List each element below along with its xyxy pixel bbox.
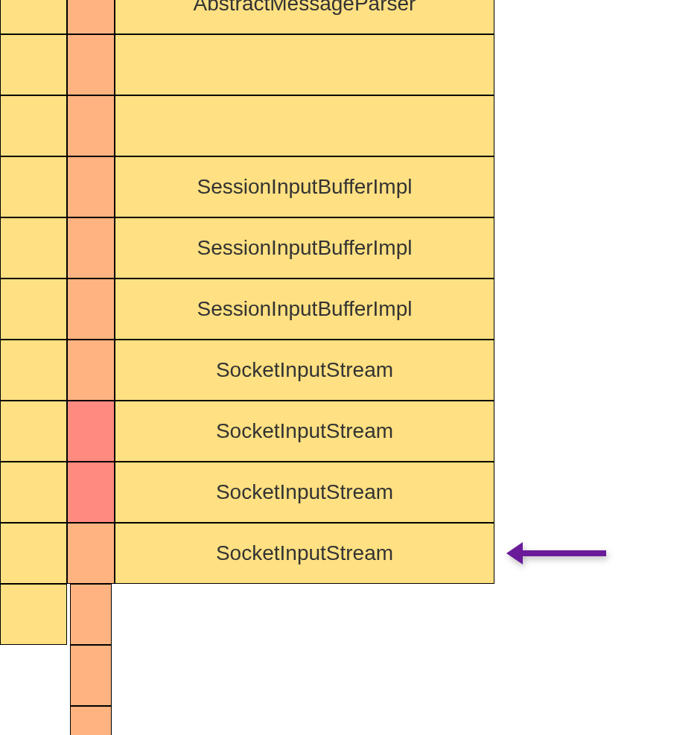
flame-col1-row[interactable] (0, 462, 67, 523)
flame-col2-row[interactable] (67, 462, 115, 523)
flame-col2-row[interactable] (67, 401, 115, 462)
flame-col1-row[interactable] (0, 34, 67, 95)
flame-col2-row[interactable] (67, 340, 115, 401)
flame-col2-row[interactable] (67, 279, 115, 340)
flame-col1-row[interactable] (0, 401, 67, 462)
flame-frame-label: SessionInputBufferImpl (115, 218, 494, 278)
flame-frame-label: SocketInputStream (115, 524, 494, 583)
flame-frame-label (115, 96, 494, 156)
svg-marker-1 (506, 542, 523, 564)
flame-frame-label: SocketInputStream (115, 401, 494, 461)
flame-col2-row[interactable] (67, 34, 115, 95)
flame-frame-label: AbstractMessageParser (115, 0, 494, 34)
flame-frame[interactable]: SessionInputBufferImpl (115, 156, 494, 217)
pointer-arrow (506, 542, 606, 564)
flame-frame[interactable]: SessionInputBufferImpl (115, 217, 494, 279)
flame-frame[interactable]: SocketInputStream (115, 340, 494, 401)
flame-col2-row[interactable] (67, 156, 115, 217)
flame-col2-row[interactable] (67, 95, 115, 156)
flame-col2-row[interactable] (67, 0, 115, 34)
flame-frame[interactable]: AbstractMessageParser (115, 0, 494, 34)
flame-frame-label: SocketInputStream (115, 462, 494, 522)
flame-col2-row[interactable] (67, 523, 115, 584)
flame-frame[interactable]: SocketInputStream (115, 462, 494, 523)
flame-frame-label: SessionInputBufferImpl (115, 279, 494, 339)
arrow-left-icon (506, 542, 606, 564)
flame-col1-row[interactable] (0, 217, 67, 279)
flame-col1-extra[interactable] (0, 584, 67, 645)
flame-tail-row[interactable] (70, 584, 112, 645)
flame-col1-row[interactable] (0, 0, 67, 34)
flame-tail-row[interactable] (70, 645, 112, 706)
flame-frame[interactable] (115, 95, 494, 156)
flame-col1-row[interactable] (0, 279, 67, 340)
flame-frame-label: SocketInputStream (115, 340, 494, 400)
flame-col1-row[interactable] (0, 340, 67, 401)
flame-frame-label (115, 35, 494, 95)
flame-frame[interactable] (115, 34, 494, 95)
flame-tail-row[interactable] (70, 706, 112, 735)
flame-frame-label: SessionInputBufferImpl (115, 157, 494, 217)
flame-col1-row[interactable] (0, 95, 67, 156)
flame-col1-row[interactable] (0, 156, 67, 217)
flame-col2-row[interactable] (67, 217, 115, 279)
flame-frame[interactable]: SocketInputStream (115, 401, 494, 462)
flame-frame[interactable]: SessionInputBufferImpl (115, 279, 494, 340)
flame-col1-row[interactable] (0, 523, 67, 584)
flame-frame[interactable]: SocketInputStream (115, 523, 494, 584)
